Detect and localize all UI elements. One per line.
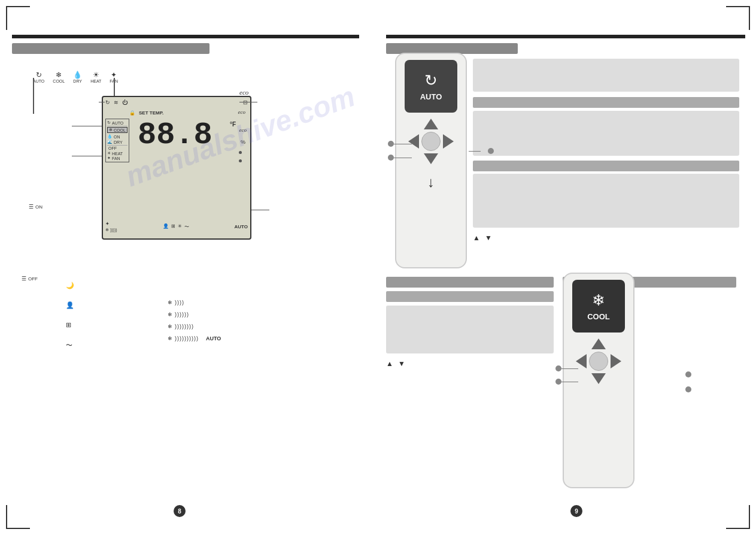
lcd-dot-2 [239,159,242,162]
pointer-line-lcd-2 [72,156,102,156]
line-dot-auto-2 [394,158,412,158]
mode-icon-dry: 💧 DRY [73,71,82,83]
gray-box-3 [473,174,739,228]
dpad-right-auto[interactable] [443,134,454,149]
lcd-grid-icon: ⊞ [171,223,175,230]
lcd-bottom-row: ✦ ❄ ))))) 👤 ⊞ ✳ 〜 AUTO [105,221,248,232]
fan-speed-4-auto: ❄ )))))))))) AUTO [168,335,221,341]
remote-cool-dpad[interactable] [576,338,621,384]
legend-person: 👤 [66,301,78,309]
remote-cool-icon: ❄ [592,291,605,310]
dot-cool-left-1 [555,365,561,371]
arrows-auto: ▲ ▼ [473,234,492,242]
legend-wave: 〜 [66,341,78,350]
dpad-right-cool[interactable] [611,354,621,368]
arrow-up-auto: ▲ [473,234,480,242]
legend-sleep: 🌙 [66,282,78,289]
remote-auto-icon: ↻ [424,71,438,90]
line-dot-auto-3 [469,151,481,152]
remote-auto-dpad[interactable] [408,119,454,164]
pointer-line-1 [33,78,34,114]
dpad-down-cool[interactable] [591,373,606,384]
line-dot-auto-1 [394,144,412,144]
lcd-mode-auto: ↻AUTO [107,120,127,126]
gray-bar-1 [473,97,739,108]
lcd-person-icon: 👤 [163,223,169,230]
lcd-dot-1 [239,151,242,154]
lcd-timer-icon: ⊡ [243,99,248,105]
lcd-wifi-icon: ≋ [114,99,119,105]
line-dot-cool-2 [561,382,578,382]
dpad-up-auto[interactable] [424,119,438,129]
corner-tl [6,6,30,30]
dot-cool-right-1 [685,371,691,377]
top-bar-right [386,35,745,38]
dpad-left-auto[interactable] [408,134,419,149]
arrow-up-cool: ▲ [386,359,393,368]
lcd-mode-heat: ☀HEAT [107,151,127,156]
lcd-bottom-icons: 👤 ⊞ ✳ 〜 [163,223,189,230]
gray-box-cool-1 [386,306,554,353]
remote-cool-label: COOL [587,312,610,321]
pointer-line-lcd-1 [72,126,102,126]
dot-auto-left-1 [388,141,394,147]
lcd-top-icons: ↻ ≋ ⏻ ⊡ [105,99,248,105]
top-bar-left [12,35,359,38]
fan-speed-2: ❄ )))))) [168,312,221,318]
lcd-power-icon: ⏻ [122,99,127,105]
arrows-cool: ▲ ▼ [386,359,405,368]
lcd-mode-cool: ❄COOL [107,127,127,133]
lcd-snowflake-icon: ✳ [178,223,182,230]
arrow-down-cool: ▼ [398,359,405,368]
remote-cool-display: ❄ COOL [572,280,625,333]
dpad-center-cool[interactable] [589,352,608,371]
lcd-fahrenheit: °F [230,121,236,128]
lcd-percent: % [241,139,245,145]
eco-floating-label: eco [239,89,248,96]
lcd-mode-dry: 🌊DRY [107,140,127,146]
remote-auto: ↻ AUTO ↓ [395,53,467,268]
lcd-wave-icon: 〜 [184,223,189,230]
gray-bar-cool-1 [386,291,554,302]
legend-grid: ⊞ [66,321,78,329]
mode-icon-heat: ☀ HEAT [90,71,101,83]
corner-br [726,505,750,529]
lcd-mode-column: ↻AUTO ❄COOL 💧ON 🌊DRY OFF ☀HEAT ✦FAN [105,119,129,162]
lcd-mode-on: 💧ON [107,134,127,140]
corner-tr [726,6,750,30]
line-dot-cool-1 [561,368,578,369]
pointer-line-lcd-3 [251,210,269,210]
on-indicator: ☰ ON [29,204,42,210]
right-header-cool [386,277,554,288]
remote-auto-arrow-down: ↓ [427,174,435,191]
lcd-mode-fan: ✦FAN [107,156,127,161]
page-number-right: 9 [570,505,582,517]
mode-icon-cool: ❄ COOL [53,71,65,83]
corner-bl [6,505,30,529]
dpad-center-auto[interactable] [421,132,441,151]
lcd-display: ↻ ≋ ⏻ ⊡ SET TEMP. eco 🔒 ↻AUTO ❄COOL 💧ON … [102,96,251,240]
lcd-eco-top: eco [238,109,246,115]
off-indicator: ☰ OFF [22,276,38,282]
bottom-legend: 🌙 👤 ⊞ 〜 [66,282,78,350]
lcd-digits: 88.8 [138,120,212,151]
lcd-set-temp-label: SET TEMP. [139,110,163,116]
dot-cool-right-2 [685,386,691,392]
lcd-lock-icon: 🔒 [129,110,135,116]
lcd-mode-off: OFF [107,146,127,151]
mode-icons-row: ↻ AUTO ❄ COOL 💧 DRY ☀ HEAT ✦ FAN [33,71,118,83]
page-number-left: 8 [174,505,186,517]
pointer-eco-line [239,102,257,102]
gray-box-1 [473,59,739,92]
dpad-left-cool[interactable] [576,354,587,368]
pointer-left-line [99,102,105,102]
remote-auto-display: ↻ AUTO [405,60,457,113]
dpad-down-auto[interactable] [424,153,438,164]
fan-speed-section: ❄ )))) ❄ )))))) ❄ )))))))) ❄ )))))))))) … [168,300,221,341]
dpad-up-cool[interactable] [591,338,606,349]
gray-box-2 [473,111,739,156]
lcd-auto-icon: ↻ [105,99,110,105]
dot-cool-left-2 [555,379,561,385]
remote-cool: ❄ COOL [563,273,634,488]
arrow-down-auto: ▼ [485,234,492,242]
